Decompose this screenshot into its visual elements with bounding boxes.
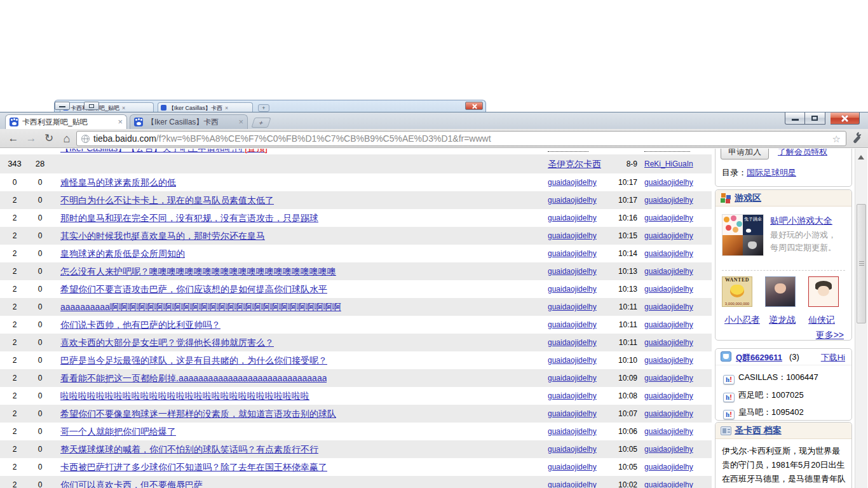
last-replier-link[interactable]: ReKi_HiGuaIn bbox=[644, 154, 710, 173]
last-replier-link[interactable]: guaidaojidelhy bbox=[644, 262, 710, 280]
url-bar[interactable]: tieba.baidu.com/f?kw=%BF%A8%CE%F7%C0%FB%… bbox=[76, 131, 846, 146]
scrollbar[interactable] bbox=[855, 149, 867, 488]
reply-count: 2 bbox=[0, 440, 29, 458]
new-tab-button[interactable]: + bbox=[251, 118, 271, 128]
last-replier-link[interactable]: guaidaojidelhy bbox=[644, 316, 710, 334]
thread-title-link[interactable]: 看看能不能把这一页都给刷掉.aaaaaaaaaaaaaaaaaaaaaaaaaa… bbox=[60, 369, 327, 387]
games-main-link[interactable]: 贴吧小游戏大全 bbox=[770, 215, 832, 227]
thread-title-link[interactable]: 那时的皇马和现在完全不同，没有犯规，没有言语攻击，只是踢球 bbox=[60, 209, 318, 227]
last-replier-link[interactable]: guaidaojidelhy bbox=[644, 351, 710, 369]
author-link[interactable]: guaidaojidelhy bbox=[548, 405, 611, 423]
last-replier-link[interactable]: guaidaojidelhy bbox=[644, 334, 710, 351]
author-link[interactable]: guaidaojidelhy bbox=[548, 298, 611, 316]
last-replier-link[interactable]: guaidaojidelhy bbox=[644, 387, 710, 405]
author-link[interactable]: guaidaojidelhy bbox=[548, 227, 611, 245]
tab-close-icon[interactable]: × bbox=[225, 105, 228, 111]
last-replier-link[interactable]: guaidaojidelhy bbox=[644, 209, 710, 227]
apply-join-button[interactable]: 申请加入 bbox=[721, 149, 769, 159]
last-replier-link[interactable]: guaidaojidelhy bbox=[644, 298, 710, 316]
author-link[interactable]: guaidaojidelhy bbox=[548, 440, 611, 458]
author-link[interactable]: guaidaojidelhy bbox=[548, 387, 611, 405]
game-thumb-xianxiaji[interactable] bbox=[808, 276, 839, 307]
reload-icon[interactable]: ↻ bbox=[41, 131, 57, 146]
thread-title-link[interactable]: 皇狗球迷的素质低是众所周知的 bbox=[60, 245, 185, 262]
last-replier-link[interactable] bbox=[644, 151, 690, 152]
tab-close-icon[interactable]: × bbox=[122, 105, 125, 111]
download-hi-link[interactable]: 下载Hi bbox=[821, 352, 845, 363]
author-link[interactable]: guaidaojidelhy bbox=[548, 173, 611, 191]
thread-title-link[interactable]: 你们说卡西帅，他有巴萨的比利亚帅吗？ bbox=[60, 316, 220, 334]
last-replier-link[interactable]: guaidaojidelhy bbox=[644, 405, 710, 423]
game-thumb-nilongzhan[interactable] bbox=[765, 276, 796, 307]
last-replier-link[interactable]: guaidaojidelhy bbox=[644, 227, 710, 245]
author-link[interactable] bbox=[548, 151, 588, 152]
minimize-button[interactable] bbox=[55, 102, 70, 110]
last-reply-time: 10:02 bbox=[606, 476, 637, 488]
last-replier-link[interactable]: guaidaojidelhy bbox=[644, 280, 710, 298]
thread-title-link[interactable]: 希望你们不要像皇狗球迷一样那样的没素质，就知道言语攻击别的球队 bbox=[60, 405, 336, 423]
author-link[interactable]: guaidaojidelhy bbox=[548, 369, 611, 387]
thread-title-link[interactable]: 喜欢卡西的大部分是女生吧？觉得他长得帅就厉害么？ bbox=[60, 334, 274, 351]
thread-title-link[interactable]: 难怪皇马的球迷素质那么的低 bbox=[60, 173, 176, 191]
author-link[interactable]: guaidaojidelhy bbox=[548, 316, 611, 334]
scrollbar-thumb[interactable] bbox=[857, 204, 866, 323]
last-replier-link[interactable]: guaidaojidelhy bbox=[644, 369, 710, 387]
tab-casillas-bar[interactable]: 卡西利亚斯吧_贴吧 × bbox=[5, 114, 127, 129]
thread-title-link[interactable]: 啦啦啦啦啦啦啦啦啦啦啦啦啦啦啦啦啦啦啦啦啦啦啦啦啦啦啦啦 bbox=[60, 387, 309, 405]
last-replier-link[interactable]: guaidaojidelhy bbox=[644, 440, 710, 458]
games-collage-image[interactable]: 兔子跳伞 bbox=[722, 214, 764, 256]
thread-title-link[interactable]: 卡西被巴萨打进了多少球你们不知道吗？除了去年在国王杯侥幸赢了 bbox=[60, 458, 327, 476]
tab-close-icon[interactable]: × bbox=[118, 115, 123, 129]
author-link[interactable]: guaidaojidelhy bbox=[548, 423, 611, 440]
thread-title-link[interactable]: 整天煤球煤球的喊着，你们不怕别的球队笑话吗？有点素质行不行 bbox=[60, 440, 318, 458]
tab-close-icon[interactable]: × bbox=[238, 115, 243, 129]
game-link[interactable]: 仙侠记 bbox=[808, 315, 835, 326]
qgroup-title-link[interactable]: Q群6629611 bbox=[736, 352, 782, 363]
author-link[interactable]: guaidaojidelhy bbox=[548, 280, 611, 298]
last-replier-link[interactable]: guaidaojidelhy bbox=[644, 245, 710, 262]
member-perks-link[interactable]: 了解会员特权 bbox=[778, 149, 827, 158]
thread-title-link[interactable]: 哥一个人就能把你们吧给爆了 bbox=[60, 423, 176, 440]
minimize-button[interactable] bbox=[785, 112, 805, 125]
close-button[interactable] bbox=[831, 112, 860, 125]
home-icon[interactable]: ⌂ bbox=[58, 131, 75, 146]
thread-title-link[interactable]: 其实小的时候我也挺喜欢皇马的，那时劳尔还在皇马 bbox=[60, 227, 265, 245]
author-link[interactable]: guaidaojidelhy bbox=[548, 458, 611, 476]
last-replier-link[interactable]: guaidaojidelhy bbox=[644, 423, 710, 440]
thread-title-link[interactable]: 你们可以喜欢卡西，但不要侮辱巴萨 bbox=[60, 476, 203, 488]
author-link[interactable]: guaidaojidelhy bbox=[548, 476, 611, 488]
directory-link[interactable]: 国际足球明星 bbox=[747, 168, 796, 177]
maximize-button[interactable] bbox=[84, 102, 99, 110]
thread-title-link[interactable]: 不明白为什么不让卡卡上，现在的皇马队员素值太低了 bbox=[60, 191, 274, 209]
tab-iker-casillas[interactable]: 【Iker Casillas】卡西 × bbox=[130, 114, 248, 129]
scroll-up-arrow[interactable] bbox=[858, 155, 864, 159]
games-section-title-link[interactable]: 游戏区 bbox=[735, 193, 761, 204]
forward-icon[interactable]: → bbox=[23, 131, 39, 146]
more-games-link[interactable]: 更多>> bbox=[816, 330, 844, 341]
profile-section-title-link[interactable]: 圣卡西 档案 bbox=[735, 425, 782, 437]
author-link[interactable]: guaidaojidelhy bbox=[548, 334, 611, 351]
bookmark-star-icon[interactable]: ☆ bbox=[832, 132, 841, 146]
author-link[interactable]: guaidaojidelhy bbox=[548, 351, 611, 369]
game-link[interactable]: 小小忍者 bbox=[724, 315, 760, 326]
thread-title-link[interactable]: 巴萨是当今足坛最强的球队，这是有目共睹的，为什么你们接受呢？ bbox=[60, 351, 327, 369]
last-replier-link[interactable]: guaidaojidelhy bbox=[644, 476, 710, 488]
wrench-icon[interactable] bbox=[850, 133, 862, 144]
author-link[interactable]: guaidaojidelhy bbox=[548, 209, 611, 227]
close-button[interactable] bbox=[465, 102, 483, 110]
new-tab-button[interactable]: + bbox=[258, 104, 269, 112]
back-icon[interactable]: ← bbox=[5, 131, 22, 146]
thread-title-link[interactable]: 怎么没有人来护吧呢？噢噢噢噢噢噢噢噢噢噢噢噢噢噢噢噢噢噢噢噢噢 bbox=[60, 262, 336, 280]
game-thumb-wanted[interactable]: WANTED 3,000,000,000 bbox=[722, 276, 752, 307]
thread-title-link[interactable]: 【Iker Casillas】【公告】关于吧主申请和吧刊 [置顶] bbox=[60, 149, 268, 154]
thread-title-link[interactable]: aaaaaaaaaa啊啊啊啊啊啊啊啊啊啊啊啊啊啊啊啊啊啊啊啊啊啊啊啊啊啊 bbox=[60, 298, 341, 316]
last-replier-link[interactable]: guaidaojidelhy bbox=[644, 458, 710, 476]
thread-title-link[interactable]: 希望你们不要言语攻击巴萨，你们应该想的是如何提高你们球队水平 bbox=[60, 280, 327, 298]
last-replier-link[interactable]: guaidaojidelhy bbox=[644, 173, 710, 191]
game-link[interactable]: 逆龙战 bbox=[769, 315, 796, 326]
author-link[interactable]: guaidaojidelhy bbox=[548, 191, 611, 209]
last-replier-link[interactable]: guaidaojidelhy bbox=[644, 191, 710, 209]
author-link[interactable]: guaidaojidelhy bbox=[548, 262, 611, 280]
maximize-button[interactable] bbox=[805, 112, 825, 125]
author-link[interactable]: guaidaojidelhy bbox=[548, 245, 611, 262]
